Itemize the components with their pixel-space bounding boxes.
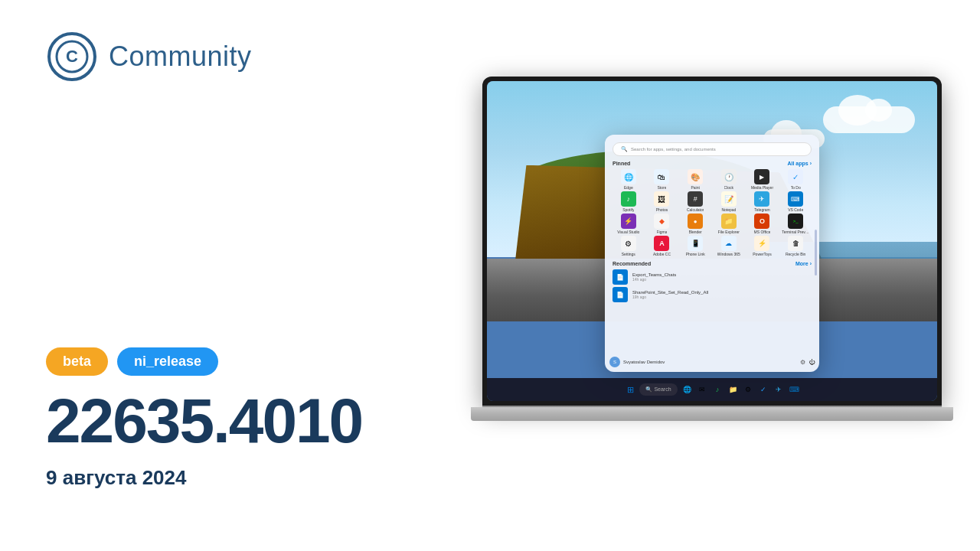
settings-power-icon[interactable]: ⚙ (800, 359, 805, 366)
app-telegram[interactable]: ✈ Telegram (746, 191, 779, 212)
start-search-bar[interactable]: 🔍 Search for apps, settings, and documen… (612, 142, 812, 156)
app-clock[interactable]: 🕐 Clock (713, 169, 745, 190)
app-todo[interactable]: ✓ To Do (779, 169, 812, 190)
app-powertoys[interactable]: ⚡ PowerToys (746, 236, 779, 256)
right-panel: 🔍 Search for apps, settings, and documen… (444, 0, 980, 551)
all-apps-label[interactable]: All apps › (787, 161, 812, 166)
recommended-label: Recommended (612, 261, 651, 266)
user-name: Svyatoslav Demidov (623, 360, 665, 364)
laptop-screen: 🔍 Search for apps, settings, and documen… (487, 81, 937, 401)
user-bar: S Svyatoslav Demidov ⚙ ⏻ (609, 357, 815, 367)
taskbar-todo[interactable]: ✓ (757, 383, 769, 396)
pinned-label: Pinned (612, 161, 630, 166)
scroll-indicator (815, 230, 817, 276)
taskbar-mail[interactable]: ✉ (696, 383, 708, 396)
start-menu: 🔍 Search for apps, settings, and documen… (605, 135, 819, 372)
taskbar-explorer[interactable]: 📁 (727, 383, 739, 396)
laptop-base (471, 407, 953, 421)
search-icon: 🔍 (621, 146, 628, 152)
app-vscode[interactable]: ⌨ VS Code (779, 191, 812, 212)
taskbar-start[interactable]: ⊞ (624, 383, 636, 396)
badge-beta: beta (46, 347, 108, 376)
community-logo-icon: C (46, 31, 98, 83)
app-recycle-bin[interactable]: 🗑 Recycle Bin (779, 236, 812, 256)
laptop-screen-bezel: 🔍 Search for apps, settings, and documen… (482, 77, 942, 406)
pinned-apps-grid: 🌐 Edge 🛍 Store 🎨 Paint (612, 169, 812, 256)
taskbar-telegram[interactable]: ✈ (773, 383, 785, 396)
app-media-player[interactable]: ▶ Media Player (746, 169, 779, 190)
taskbar-spotify[interactable]: ♪ (711, 383, 724, 396)
taskbar-search[interactable]: 🔍 Search (639, 383, 678, 396)
app-ms-store[interactable]: 🛍 Store (646, 169, 678, 190)
recommended-section: Recommended More › (612, 261, 812, 266)
taskbar: ⊞ 🔍 Search 🌐 ✉ ♪ 📁 ⚙ ✓ ✈ ⌨ (487, 378, 937, 401)
logo-text: Community (109, 41, 252, 73)
rec-item-2-time: 19h ago (632, 295, 708, 299)
app-file-explorer[interactable]: 📁 File Explorer (713, 214, 745, 234)
taskbar-settings[interactable]: ⚙ (742, 383, 754, 396)
app-spotify[interactable]: ♪ Spotify (612, 191, 645, 212)
app-paint[interactable]: 🎨 Paint (679, 169, 711, 190)
left-panel: C Community beta ni_release 22635.4010 9… (0, 0, 490, 551)
app-visual-studio[interactable]: ⚡ Visual Studio (612, 214, 645, 234)
app-calculator[interactable]: # Calculator (679, 191, 711, 212)
svg-text:C: C (66, 47, 78, 66)
app-ms-office[interactable]: O MS Office (746, 214, 779, 234)
app-phone-link[interactable]: 📱 Phone Link (679, 236, 711, 256)
release-date: 9 августа 2024 (46, 466, 444, 490)
desktop-wallpaper: 🔍 Search for apps, settings, and documen… (487, 81, 937, 401)
rec-item-1[interactable]: 📄 Export_Teams_Chats 14h ago (612, 269, 812, 285)
search-placeholder: Search for apps, settings, and documents (631, 147, 716, 152)
power-icons: ⚙ ⏻ (800, 359, 815, 366)
rec-item-1-time: 14h ago (632, 277, 676, 282)
app-settings[interactable]: ⚙ Settings (612, 236, 645, 256)
more-label[interactable]: More › (795, 261, 812, 266)
user-info[interactable]: S Svyatoslav Demidov (609, 357, 665, 367)
pinned-section: Pinned All apps › (612, 161, 812, 166)
app-terminal[interactable]: >_ Terminal Preview (779, 214, 812, 234)
badges-area: beta ni_release (46, 347, 444, 376)
rec-item-2[interactable]: 📄 SharePoint_Site_Set_Read_Only_All 19h … (612, 287, 812, 302)
badge-ni-release: ni_release (117, 347, 218, 376)
app-adobe-cc[interactable]: A Adobe CC (646, 236, 678, 256)
app-blender[interactable]: ● Blender (679, 214, 711, 234)
user-avatar: S (609, 357, 620, 367)
laptop-mockup: 🔍 Search for apps, settings, and documen… (482, 77, 965, 505)
app-photos[interactable]: 🖼 Photos (646, 191, 678, 212)
logo-area: C Community (46, 31, 444, 83)
app-figma[interactable]: ◆ Figma (646, 214, 678, 234)
app-notepad[interactable]: 📝 Notepad (713, 191, 745, 212)
version-number: 22635.4010 (46, 390, 444, 452)
taskbar-edge[interactable]: 🌐 (681, 383, 693, 396)
recommended-items-list: 📄 Export_Teams_Chats 14h ago 📄 SharePoin… (612, 269, 812, 302)
taskbar-vscode[interactable]: ⌨ (788, 383, 800, 396)
app-edge[interactable]: 🌐 Edge (612, 169, 645, 190)
app-windows-365[interactable]: ☁ Windows 365 (713, 236, 745, 256)
power-button-icon[interactable]: ⏻ (808, 359, 815, 366)
